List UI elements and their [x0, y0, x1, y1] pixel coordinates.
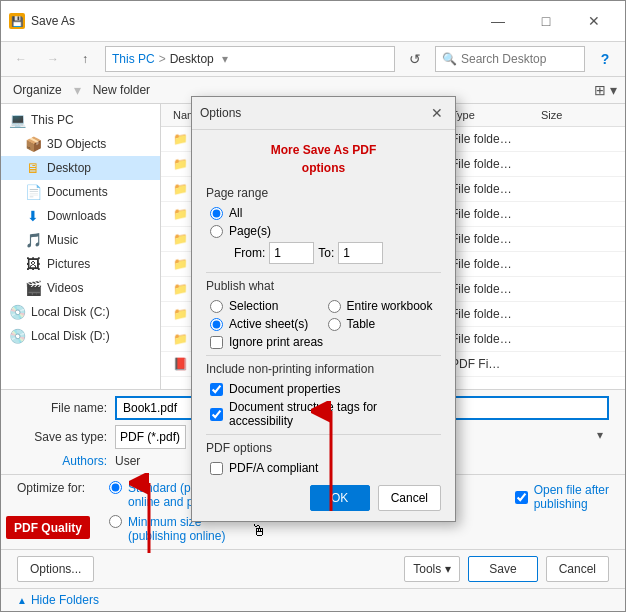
options-button[interactable]: Options...	[17, 556, 94, 582]
view-toggle-button[interactable]: ⊞	[594, 82, 606, 98]
pages-range-label[interactable]: Page(s)	[210, 224, 441, 238]
folder-icon: 📁	[173, 182, 188, 196]
col-header-size[interactable]: Size	[537, 107, 617, 123]
col-header-type[interactable]: Type	[447, 107, 537, 123]
table-radio[interactable]	[328, 318, 341, 331]
up-button[interactable]: ↑	[73, 47, 97, 71]
sidebar-item-desktop[interactable]: 🖥 Desktop	[1, 156, 160, 180]
optimize-minimum-radio[interactable]	[109, 515, 122, 528]
documents-icon: 📄	[25, 184, 41, 200]
entire-workbook-radio[interactable]	[328, 300, 341, 313]
selection-radio[interactable]	[210, 300, 223, 313]
optimize-standard-radio[interactable]	[109, 481, 122, 494]
sidebar-item-3d-objects[interactable]: 📦 3D Objects	[1, 132, 160, 156]
folder-icon: 📁	[173, 307, 188, 321]
file-size	[537, 362, 617, 366]
savetype-select[interactable]: PDF (*.pdf)	[115, 425, 186, 449]
doc-structure-checkbox[interactable]	[210, 408, 223, 421]
address-bar[interactable]: This PC > Desktop ▾	[105, 46, 395, 72]
hide-folders-button[interactable]: ▲ Hide Folders	[17, 593, 99, 607]
file-type: PDF Fi…	[447, 355, 537, 373]
back-button[interactable]: ←	[9, 47, 33, 71]
sidebar-item-videos[interactable]: 🎬 Videos	[1, 276, 160, 300]
window-icon: 💾	[9, 13, 25, 29]
sidebar-label-local-disk-d: Local Disk (D:)	[31, 329, 110, 343]
folder-icon: 📁	[173, 332, 188, 346]
pages-range-radio[interactable]	[210, 225, 223, 238]
maximize-button[interactable]: □	[523, 7, 569, 35]
organize-arrow: ▾	[74, 82, 81, 98]
modal-close-button[interactable]: ✕	[427, 103, 447, 123]
sidebar-item-local-disk-c[interactable]: 💿 Local Disk (C:)	[1, 300, 160, 324]
new-folder-button[interactable]: New folder	[89, 81, 154, 99]
active-sheets-text: Active sheet(s)	[229, 317, 308, 331]
ignore-print-text: Ignore print areas	[229, 335, 323, 349]
separator3	[206, 434, 441, 435]
file-type: File folde…	[447, 280, 537, 298]
titlebar: 💾 Save As — □ ✕	[1, 1, 625, 42]
doc-structure-label[interactable]: Document structure tags for accessibilit…	[206, 400, 441, 428]
local-disk-d-icon: 💿	[9, 328, 25, 344]
modal-cancel-button[interactable]: Cancel	[378, 485, 441, 511]
help-button[interactable]: ?	[593, 47, 617, 71]
sidebar-item-music[interactable]: 🎵 Music	[1, 228, 160, 252]
3d-objects-icon: 📦	[25, 136, 41, 152]
file-size	[537, 137, 617, 141]
file-type: File folde…	[447, 305, 537, 323]
open-file-checkbox[interactable]	[515, 491, 528, 504]
doc-properties-checkbox[interactable]	[210, 383, 223, 396]
to-input[interactable]	[338, 242, 383, 264]
all-pages-radio[interactable]	[210, 207, 223, 220]
organize-button[interactable]: Organize	[9, 81, 66, 99]
view-dropdown-button[interactable]: ▾	[610, 82, 617, 98]
path-this-pc[interactable]: This PC	[112, 52, 155, 66]
search-input[interactable]	[461, 52, 578, 66]
refresh-button[interactable]: ↺	[403, 47, 427, 71]
ignore-print-checkbox[interactable]	[210, 336, 223, 349]
minimize-button[interactable]: —	[475, 7, 521, 35]
separator	[206, 272, 441, 273]
pdf-icon: 📕	[173, 357, 188, 371]
sidebar-item-pictures[interactable]: 🖼 Pictures	[1, 252, 160, 276]
active-sheets-radio[interactable]	[210, 318, 223, 331]
file-type: File folde…	[447, 330, 537, 348]
sidebar-item-documents[interactable]: 📄 Documents	[1, 180, 160, 204]
hide-folders-label: Hide Folders	[31, 593, 99, 607]
search-box[interactable]: 🔍	[435, 46, 585, 72]
sidebar-item-this-pc[interactable]: 💻 This PC	[1, 108, 160, 132]
videos-icon: 🎬	[25, 280, 41, 296]
window-title: Save As	[31, 14, 75, 28]
sidebar-label-pictures: Pictures	[47, 257, 90, 271]
this-pc-icon: 💻	[9, 112, 25, 128]
sidebar-item-downloads[interactable]: ⬇ Downloads	[1, 204, 160, 228]
pdf-options-label: PDF options	[206, 441, 441, 455]
pdfa-checkbox[interactable]	[210, 462, 223, 475]
path-dropdown-arrow[interactable]: ▾	[222, 52, 228, 66]
optimize-for-label: Optimize for:	[17, 481, 85, 495]
file-type: File folde…	[447, 205, 537, 223]
from-input[interactable]	[269, 242, 314, 264]
active-sheets-label[interactable]: Active sheet(s)	[210, 317, 324, 331]
from-label: From:	[234, 246, 265, 260]
modal-ok-button[interactable]: OK	[310, 485, 370, 511]
file-type: File folde…	[447, 155, 537, 173]
modal-buttons: OK Cancel	[206, 485, 441, 511]
forward-button[interactable]: →	[41, 47, 65, 71]
doc-properties-label[interactable]: Document properties	[206, 382, 441, 396]
entire-workbook-label[interactable]: Entire workbook	[328, 299, 442, 313]
file-size	[537, 237, 617, 241]
sidebar-label-local-disk-c: Local Disk (C:)	[31, 305, 110, 319]
file-type: File folde…	[447, 130, 537, 148]
cancel-button[interactable]: Cancel	[546, 556, 609, 582]
pdfa-label[interactable]: PDF/A compliant	[206, 461, 441, 475]
selection-label[interactable]: Selection	[210, 299, 324, 313]
path-desktop[interactable]: Desktop	[170, 52, 214, 66]
close-button[interactable]: ✕	[571, 7, 617, 35]
ignore-print-label[interactable]: Ignore print areas	[206, 335, 441, 349]
sidebar-item-local-disk-d[interactable]: 💿 Local Disk (D:)	[1, 324, 160, 348]
save-button[interactable]: Save	[468, 556, 537, 582]
all-pages-label[interactable]: All	[210, 206, 441, 220]
path-sep1: >	[159, 52, 166, 66]
table-label[interactable]: Table	[328, 317, 442, 331]
tools-button[interactable]: Tools ▾	[404, 556, 460, 582]
